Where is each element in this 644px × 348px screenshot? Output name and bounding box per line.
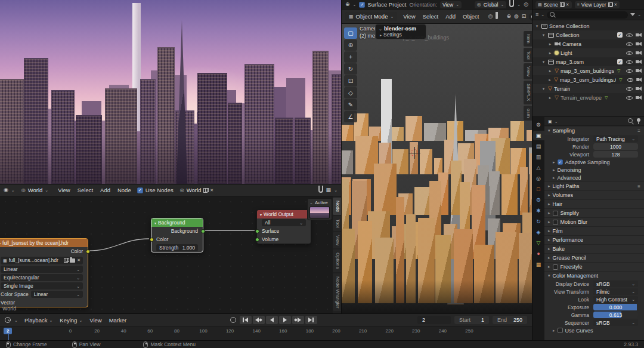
outliner-row-map-3-osm[interactable]: ▾map_3.osm✓ [532, 57, 644, 66]
hide-in-viewport-toggle[interactable] [626, 41, 633, 47]
timeline-menu-keying[interactable]: Keying⌄ [57, 317, 85, 324]
copy-icon[interactable] [203, 188, 208, 193]
world-datablock-selector[interactable]: ◎ World ✕ [177, 186, 218, 195]
node-editor-sidebar-tab-options[interactable]: Options [333, 250, 341, 272]
slider-gamma[interactable]: 0.613 [593, 312, 638, 318]
dropdown-sequencer[interactable]: sRGB⌄ [593, 319, 638, 326]
snap-magnet-icon[interactable] [509, 2, 514, 7]
viewport-menu-add[interactable]: Add [442, 13, 459, 20]
active-tool-icon[interactable]: ⊕ [345, 2, 350, 7]
interpolation-dropdown[interactable]: Linear ⌄ [1, 266, 83, 273]
outliner-row-collection[interactable]: ▾Collection✓ [532, 30, 644, 39]
panel-checkbox[interactable] [553, 220, 558, 225]
viewport-menu-select[interactable]: Select [420, 13, 441, 20]
scene-selector[interactable]: ▤ Scene ✕ [535, 1, 572, 8]
volume-input-socket[interactable] [255, 238, 259, 242]
viewport-menu-view[interactable]: View [400, 13, 418, 20]
shader-editor-icon[interactable]: ◉ [4, 187, 8, 193]
surface-project-checkbox[interactable]: ✓ Surface Project [359, 1, 406, 8]
disclosure-triangle-icon[interactable]: ▸ [547, 51, 553, 56]
viewport-menu-object[interactable]: Object [460, 13, 482, 20]
outliner-row-camera[interactable]: ▸Camera [532, 39, 644, 48]
viewport-sidebar-tab-view[interactable]: View [524, 63, 532, 79]
gizmos-icon[interactable]: ⊕ [506, 14, 511, 19]
output-target-dropdown[interactable]: All ⌄ [262, 219, 306, 226]
number-field-viewport[interactable]: 128 [593, 151, 638, 158]
environment-texture-node[interactable]: ▾ full_[sunset by the ocean].hdr Color ▦… [0, 238, 88, 307]
viewport-sidebar-tab-item[interactable]: Item [524, 31, 532, 47]
tool-measure[interactable]: ∠ [344, 111, 357, 122]
xray-icon[interactable]: ⊡ [522, 14, 527, 19]
disable-in-renders-toggle[interactable] [636, 78, 642, 82]
properties-tab-world[interactable]: ◎ [533, 174, 544, 183]
render-preview-area[interactable] [0, 0, 341, 184]
dropdown-display-device[interactable]: sRGB⌄ [593, 281, 638, 287]
disclosure-triangle-icon[interactable]: ▸ [547, 78, 552, 82]
remove-layer-icon[interactable]: ✕ [614, 2, 618, 7]
auto-keying-toggle[interactable] [230, 317, 236, 323]
panel-performance[interactable]: ▸Performance [544, 235, 644, 244]
disclosure-triangle-icon[interactable]: ▾ [541, 87, 546, 91]
properties-tab-object-data[interactable]: ▽ [533, 238, 544, 248]
shader-output-socket[interactable] [201, 229, 205, 233]
tool-select-box[interactable]: ▢ [344, 27, 357, 39]
disclosure-triangle-icon[interactable]: ▸ [547, 96, 553, 100]
presets-icon[interactable]: ≡ [637, 128, 640, 134]
frame-ruler[interactable]: 0204060801001201401601802002102202302402… [0, 326, 532, 340]
viewport-sidebar-tab-simplx[interactable]: SIMPLX [524, 81, 532, 104]
presets-icon[interactable]: ≡ [637, 184, 640, 189]
panel-checkbox[interactable]: ✓ [558, 159, 563, 165]
projection-dropdown[interactable]: Equirectangular ⌄ [1, 274, 83, 281]
disable-in-renders-toggle[interactable] [636, 42, 642, 46]
dropdown-integrator[interactable]: Path Tracing⌄ [593, 135, 638, 142]
properties-tab-output[interactable]: ▤ [533, 141, 544, 151]
disclosure-triangle-icon[interactable]: ▾ [534, 24, 540, 29]
search-icon[interactable] [628, 118, 634, 124]
collapse-icon[interactable]: ▾ [154, 221, 156, 225]
dropdown-look[interactable]: High Contrast⌄ [593, 296, 638, 303]
outliner-row-scene-collection[interactable]: ▾Scene Collection [532, 21, 644, 30]
exclude-checkbox[interactable]: ✓ [617, 59, 623, 64]
hide-in-viewport-toggle[interactable] [626, 86, 633, 91]
hide-in-viewport-toggle[interactable] [626, 50, 633, 56]
outliner-row-map-3-osm-buildings[interactable]: ▸▽map_3_osm_buildings▽ [532, 66, 644, 75]
panel-hair[interactable]: ▸Hair [544, 199, 644, 208]
panel-bake[interactable]: ▸Bake [544, 244, 644, 253]
play-button[interactable] [279, 316, 291, 324]
panel-checkbox[interactable] [553, 264, 558, 270]
playhead[interactable]: 2 [4, 327, 12, 334]
panel-adaptive-sampling[interactable]: ▸✓Adaptive Sampling [544, 158, 644, 166]
outliner-editor-icon[interactable]: ≡ [535, 12, 538, 17]
node-editor-sidebar-tab-tool[interactable]: Tool [333, 216, 341, 231]
next-keyframe-button[interactable] [292, 316, 304, 324]
outliner-row-map-3-osm-buildings-001[interactable]: ▸▽map_3_osm_buildings.001▽ [532, 75, 644, 84]
node-editor-sidebar-tab-node-wrangler[interactable]: Node Wrangler [333, 273, 341, 312]
node-header[interactable]: ▾ World Output [257, 210, 311, 218]
overlays-icon[interactable]: ◍ [514, 14, 519, 19]
snap-icon[interactable] [496, 14, 498, 19]
properties-tab-physics[interactable]: ↻ [533, 217, 544, 226]
node-editor-menu-select[interactable]: Select [75, 187, 96, 193]
play-reverse-button[interactable] [266, 316, 278, 324]
node-editor-sidebar-tab-view[interactable]: View [333, 232, 341, 248]
tool-rotate[interactable]: ↻ [344, 63, 357, 75]
viewport-sidebar-tab-osm[interactable]: osm [524, 106, 532, 121]
transform-orientation-dropdown[interactable]: ◎ Global ⌄ [475, 1, 506, 8]
node-header[interactable]: ▾ Background [151, 218, 203, 227]
disable-in-renders-toggle[interactable] [636, 69, 642, 73]
shader-type-dropdown[interactable]: ◎ World ⌄ [18, 186, 52, 195]
properties-tab-scene[interactable]: △ [533, 163, 544, 173]
panel-sampling[interactable]: ▾Sampling≡ [544, 126, 644, 135]
hide-in-viewport-toggle[interactable] [626, 68, 633, 73]
properties-tab-particles[interactable]: ✱ [533, 206, 544, 215]
disable-in-renders-toggle[interactable] [636, 60, 642, 64]
copy-icon[interactable] [64, 258, 68, 263]
panel-color-management[interactable]: ▾Color Management [544, 271, 644, 280]
panel-checkbox[interactable] [558, 328, 563, 333]
panel-freestyle[interactable]: ▸Freestyle [544, 262, 644, 271]
properties-tab-constraints[interactable]: ◈ [533, 227, 544, 237]
tool-scale[interactable]: ⊡ [344, 75, 357, 87]
properties-tab-view-layer[interactable]: ▥ [533, 152, 544, 162]
use-nodes-checkbox[interactable]: ✓ Use Nodes [137, 187, 174, 193]
outliner-row-terrain[interactable]: ▾▽Terrain [532, 84, 644, 93]
